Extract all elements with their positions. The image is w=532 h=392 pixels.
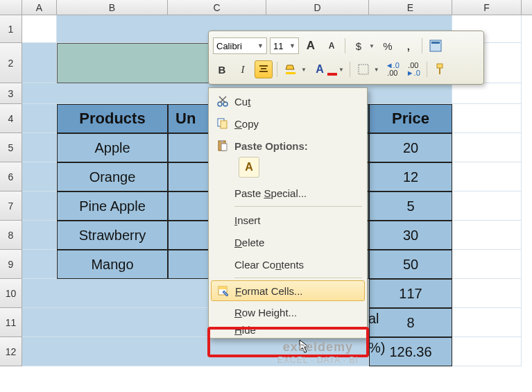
scissors-icon	[211, 95, 234, 108]
copy-icon	[211, 117, 234, 130]
svg-rect-8	[439, 68, 440, 74]
table-cell-product[interactable]: Strawberry	[57, 221, 168, 250]
font-color-swatch	[327, 73, 337, 76]
menu-separator	[234, 206, 362, 207]
menu-label: Hide	[234, 324, 359, 336]
row-header-9[interactable]: 9	[0, 250, 22, 279]
borders-button[interactable]	[354, 60, 372, 78]
font-name-select[interactable]: Calibri▼	[213, 37, 267, 54]
chevron-down-icon: ▼	[369, 43, 376, 49]
table-cell-product[interactable]: Pine Apple	[57, 191, 168, 221]
menu-delete[interactable]: Delete	[211, 231, 365, 253]
menu-label: Row Height...	[234, 307, 359, 318]
col-header-E[interactable]: E	[369, 0, 452, 15]
chevron-down-icon: ▼	[301, 67, 308, 73]
menu-label: Clear Contents	[234, 259, 359, 271]
italic-button[interactable]: I	[234, 60, 252, 78]
fill-color-button[interactable]	[282, 60, 300, 78]
font-size-value: 11	[273, 41, 283, 51]
chevron-down-icon: ▼	[286, 42, 295, 49]
column-headers: A B C D E F	[0, 0, 532, 15]
row-header-2[interactable]: 2	[0, 43, 22, 83]
menu-label: Format Cells...	[235, 285, 359, 297]
menu-hide[interactable]: Hide	[211, 323, 365, 336]
paste-options-row: A	[211, 157, 365, 182]
row-header-5[interactable]: 5	[0, 133, 22, 162]
center-align-button[interactable]	[255, 60, 273, 78]
svg-rect-16	[221, 140, 223, 142]
header-price[interactable]: Price	[369, 104, 452, 133]
table-cell-price[interactable]: 20	[369, 133, 452, 162]
col-header-A[interactable]: A	[22, 0, 57, 15]
svg-rect-14	[221, 121, 227, 128]
comma-button[interactable]: ,	[400, 37, 418, 55]
table-cell-price[interactable]: 30	[369, 221, 452, 250]
col-header-F[interactable]: F	[452, 0, 522, 15]
table-cell-price[interactable]: 12	[369, 162, 452, 191]
table-cell-price[interactable]: 50	[369, 250, 452, 279]
svg-rect-7	[437, 64, 443, 68]
svg-rect-19	[218, 287, 227, 289]
format-cells-dialog-icon[interactable]	[427, 37, 445, 55]
menu-label: Paste Special...	[234, 187, 359, 199]
percent-button[interactable]: %	[379, 37, 397, 55]
paste-option-keep-text[interactable]: A	[239, 157, 259, 178]
summary-value[interactable]: 8	[369, 308, 452, 337]
chevron-down-icon: ▼	[338, 67, 345, 73]
summary-value[interactable]: 117	[369, 279, 452, 308]
format-cells-icon	[212, 284, 235, 297]
menu-clear-contents[interactable]: Clear Contents	[211, 253, 365, 275]
menu-separator	[234, 278, 362, 278]
font-size-select[interactable]: 11▼	[270, 37, 299, 54]
menu-paste-options-header: Paste Options:	[211, 135, 365, 157]
col-header-C[interactable]: C	[168, 0, 266, 15]
mini-toolbar: Calibri▼ 11▼ A A $▼ % , B I ▼ A ▼ ▼ ◄.0.…	[208, 31, 484, 85]
menu-row-height[interactable]: Row Height...	[211, 301, 365, 323]
menu-cut[interactable]: Cut	[211, 90, 365, 112]
select-all-corner[interactable]	[0, 0, 22, 15]
watermark: exceldemy EXCEL · DATA · BI	[277, 340, 359, 365]
clipboard-icon	[211, 139, 234, 152]
increase-decimal-button[interactable]: ◄.0.00	[384, 60, 402, 78]
menu-insert[interactable]: Insert	[211, 209, 365, 231]
col-header-B[interactable]: B	[57, 0, 168, 15]
menu-format-cells[interactable]: Format Cells...	[211, 280, 365, 301]
watermark-tag: EXCEL · DATA · BI	[277, 355, 359, 365]
menu-copy[interactable]: Copy	[211, 112, 365, 135]
header-products[interactable]: Products	[57, 104, 168, 133]
menu-paste-special[interactable]: Paste Special...	[211, 182, 365, 204]
menu-label: Delete	[234, 237, 359, 248]
row-header-3[interactable]: 3	[0, 83, 22, 104]
svg-rect-5	[286, 72, 295, 74]
shrink-font-button[interactable]: A	[323, 37, 341, 55]
menu-label: Paste Options:	[234, 140, 359, 152]
table-cell-price[interactable]: 5	[369, 191, 452, 221]
col-header-D[interactable]: D	[266, 0, 369, 15]
chevron-down-icon: ▼	[255, 42, 264, 49]
row-header-1[interactable]: 1	[0, 15, 22, 43]
context-menu: Cut Copy Paste Options: A Paste Special.…	[208, 87, 368, 339]
font-color-button[interactable]: A	[311, 60, 329, 78]
row-header-11[interactable]: 11	[0, 308, 22, 337]
bold-button[interactable]: B	[213, 60, 231, 78]
row-header-12[interactable]: 12	[0, 337, 22, 366]
grow-font-button[interactable]: A	[302, 37, 320, 55]
font-name-value: Calibri	[216, 41, 242, 51]
row-header-7[interactable]: 7	[0, 191, 22, 221]
format-painter-button[interactable]	[431, 60, 449, 78]
currency-button[interactable]: $	[350, 37, 368, 55]
svg-rect-6	[359, 65, 368, 74]
table-cell-product[interactable]: Apple	[57, 133, 168, 162]
svg-rect-1	[431, 42, 440, 44]
table-cell-product[interactable]: Mango	[57, 250, 168, 279]
decrease-decimal-button[interactable]: .00►.0	[404, 60, 422, 78]
row-header-10[interactable]: 10	[0, 279, 22, 308]
table-cell-product[interactable]: Orange	[57, 162, 168, 191]
row-header-4[interactable]: 4	[0, 104, 22, 133]
chevron-down-icon: ▼	[374, 67, 381, 73]
row-header-8[interactable]: 8	[0, 221, 22, 250]
summary-label-tail: al	[368, 311, 379, 327]
menu-label: Cut	[234, 96, 359, 108]
row-header-6[interactable]: 6	[0, 162, 22, 191]
watermark-brand: exceldemy	[277, 340, 359, 355]
